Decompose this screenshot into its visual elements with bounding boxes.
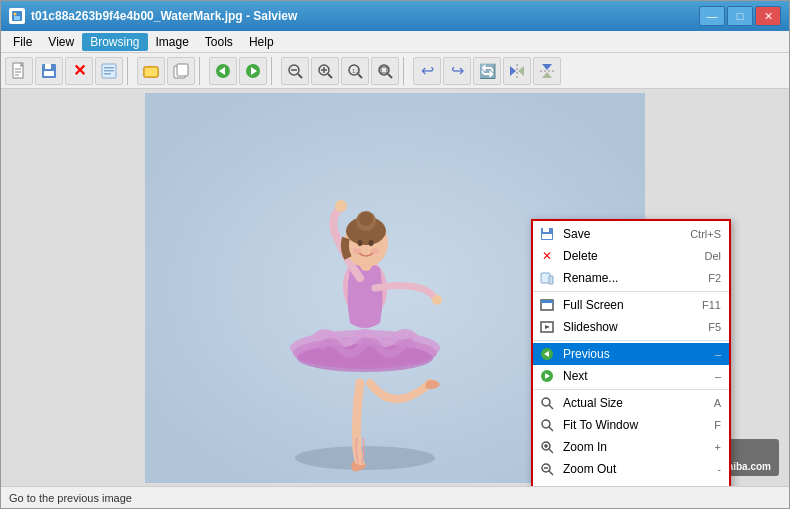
svg-rect-12 <box>104 67 114 69</box>
main-window: t01c88a263b9f4e4b00_WaterMark.jpg - Salv… <box>0 0 790 509</box>
svg-marker-40 <box>542 72 552 78</box>
previous-icon <box>539 346 555 362</box>
save-icon <box>539 226 555 242</box>
ctx-zoom-out[interactable]: Zoom Out - <box>533 458 729 480</box>
toolbar-open-btn[interactable] <box>137 57 165 85</box>
ctx-rename-shortcut: F2 <box>708 272 721 284</box>
ctx-save-shortcut: Ctrl+S <box>690 228 721 240</box>
ctx-next[interactable]: Next – <box>533 365 729 387</box>
ctx-scale[interactable]: Scale › <box>533 480 729 486</box>
svg-marker-36 <box>510 66 516 76</box>
minimize-button[interactable]: — <box>699 6 725 26</box>
toolbar: ✕ <box>1 53 789 89</box>
svg-line-31 <box>358 74 362 78</box>
ctx-delete[interactable]: ✕ Delete Del <box>533 245 729 267</box>
svg-marker-39 <box>542 64 552 70</box>
window-title: t01c88a263b9f4e4b00_WaterMark.jpg - Salv… <box>31 9 699 23</box>
svg-line-24 <box>298 74 302 78</box>
ctx-fullscreen-shortcut: F11 <box>702 299 721 311</box>
svg-rect-35 <box>381 67 387 73</box>
svg-marker-67 <box>545 325 550 329</box>
zoom-in-icon <box>539 439 555 455</box>
ctx-sep-2 <box>533 340 729 341</box>
toolbar-redo-btn[interactable]: ↪ <box>443 57 471 85</box>
svg-rect-61 <box>542 234 552 239</box>
toolbar-mirror-btn[interactable] <box>503 57 531 85</box>
toolbar-zoom-in-btn[interactable] <box>311 57 339 85</box>
toolbar-undo-btn[interactable]: ↩ <box>413 57 441 85</box>
close-button[interactable]: ✕ <box>755 6 781 26</box>
ctx-fullscreen-label: Full Screen <box>563 298 624 312</box>
toolbar-flip-btn[interactable] <box>533 57 561 85</box>
ctx-actual-size[interactable]: Actual Size A <box>533 392 729 414</box>
svg-rect-8 <box>45 64 51 69</box>
ctx-fullscreen[interactable]: Full Screen F11 <box>533 294 729 316</box>
status-text: Go to the previous image <box>9 492 132 504</box>
toolbar-refresh-btn[interactable]: 🔄 <box>473 57 501 85</box>
toolbar-sep-2 <box>199 57 205 85</box>
ctx-sep-1 <box>533 291 729 292</box>
svg-point-57 <box>353 248 361 254</box>
svg-point-72 <box>542 398 550 406</box>
toolbar-copy-btn[interactable] <box>167 57 195 85</box>
menu-view[interactable]: View <box>40 33 82 51</box>
ctx-fit-window[interactable]: Fit To Window F <box>533 414 729 436</box>
ctx-zoom-out-shortcut: - <box>717 463 721 475</box>
window-controls: — □ ✕ <box>699 6 781 26</box>
svg-line-27 <box>328 74 332 78</box>
svg-line-73 <box>549 405 553 409</box>
app-icon <box>9 8 25 24</box>
menu-file[interactable]: File <box>5 33 40 51</box>
restore-button[interactable]: □ <box>727 6 753 26</box>
ctx-scale-label: Scale <box>563 484 593 486</box>
svg-point-56 <box>369 240 374 246</box>
ctx-next-shortcut: – <box>715 370 721 382</box>
menu-browsing[interactable]: Browsing <box>82 33 147 51</box>
toolbar-zoom-out-btn[interactable] <box>281 57 309 85</box>
toolbar-props-btn[interactable] <box>95 57 123 85</box>
fit-window-icon <box>539 417 555 433</box>
ctx-previous-label: Previous <box>563 347 610 361</box>
toolbar-fit-btn[interactable] <box>371 57 399 85</box>
svg-point-74 <box>542 420 550 428</box>
toolbar-next-btn[interactable] <box>239 57 267 85</box>
svg-marker-37 <box>518 66 524 76</box>
ctx-next-label: Next <box>563 369 588 383</box>
svg-rect-10 <box>51 65 53 68</box>
menu-tools[interactable]: Tools <box>197 33 241 51</box>
actual-size-icon <box>539 395 555 411</box>
svg-line-81 <box>549 471 553 475</box>
menu-help[interactable]: Help <box>241 33 282 51</box>
ctx-save[interactable]: Save Ctrl+S <box>533 223 729 245</box>
status-bar: Go to the previous image <box>1 486 789 508</box>
toolbar-sep-4 <box>403 57 409 85</box>
toolbar-actual-size-btn[interactable]: 1:1 <box>341 57 369 85</box>
svg-rect-16 <box>144 67 158 77</box>
ctx-previous[interactable]: Previous – <box>533 343 729 365</box>
ctx-zoom-in[interactable]: Zoom In + <box>533 436 729 458</box>
svg-rect-60 <box>543 228 549 232</box>
ctx-sep-3 <box>533 389 729 390</box>
main-content: 下载吧 www.xiazaiba.com Save Ctrl+S <box>1 89 789 486</box>
menu-bar: File View Browsing Image Tools Help <box>1 31 789 53</box>
toolbar-delete-btn[interactable]: ✕ <box>65 57 93 85</box>
context-menu: Save Ctrl+S ✕ Delete Del Rename... F2 <box>531 219 731 486</box>
slideshow-icon <box>539 319 555 335</box>
toolbar-prev-btn[interactable] <box>209 57 237 85</box>
zoom-out-icon <box>539 461 555 477</box>
svg-line-77 <box>549 449 553 453</box>
toolbar-save-btn[interactable] <box>35 57 63 85</box>
svg-rect-65 <box>541 300 553 303</box>
ctx-zoom-out-label: Zoom Out <box>563 462 616 476</box>
svg-rect-1 <box>14 16 20 20</box>
ctx-rename[interactable]: Rename... F2 <box>533 267 729 289</box>
fullscreen-icon <box>539 297 555 313</box>
toolbar-new-btn[interactable] <box>5 57 33 85</box>
ctx-delete-label: Delete <box>563 249 598 263</box>
menu-image[interactable]: Image <box>148 33 197 51</box>
svg-point-2 <box>14 13 17 16</box>
ctx-slideshow[interactable]: Slideshow F5 <box>533 316 729 338</box>
svg-point-48 <box>335 200 347 212</box>
svg-point-54 <box>359 212 373 226</box>
ctx-save-label: Save <box>563 227 590 241</box>
